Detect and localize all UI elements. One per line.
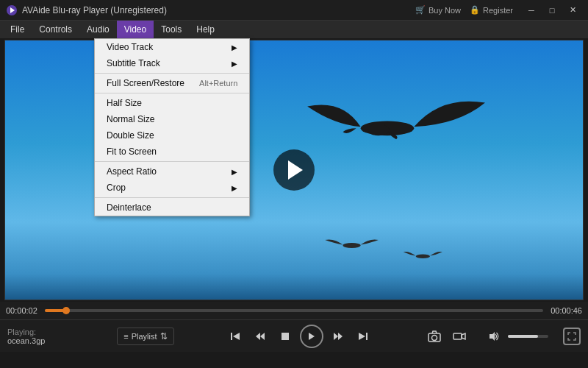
play-button-overlay[interactable]	[273, 149, 315, 191]
buy-now-button[interactable]: 🛒 Buy Now	[415, 5, 461, 15]
menu-divider-4	[95, 197, 249, 198]
svg-point-17	[432, 335, 437, 340]
volume-area	[484, 326, 548, 347]
progress-thumb[interactable]	[62, 307, 70, 314]
menu-audio[interactable]: Audio	[79, 21, 117, 38]
svg-point-5	[416, 255, 430, 259]
playlist-button[interactable]: ≡ Playlist ⇅	[117, 328, 173, 345]
menu-subtitle-track[interactable]: Subtitle Track ▶	[95, 55, 249, 71]
menu-deinterlace[interactable]: Deinterlace	[95, 199, 249, 216]
submenu-arrow: ▶	[232, 184, 237, 192]
menu-crop[interactable]: Crop ▶	[95, 180, 249, 196]
cart-icon: 🛒	[415, 5, 426, 15]
svg-marker-19	[462, 333, 465, 339]
register-button[interactable]: 🔒 Register	[470, 5, 513, 15]
record-icon	[453, 330, 466, 342]
menu-video-track[interactable]: Video Track ▶	[95, 39, 249, 55]
playing-label: Playing:	[7, 328, 66, 336]
svg-marker-20	[490, 332, 495, 341]
svg-rect-10	[282, 333, 289, 340]
svg-rect-18	[453, 333, 462, 339]
menu-half-size[interactable]: Half Size	[95, 95, 249, 111]
window-controls: ─ □ ✕	[522, 4, 582, 17]
svg-marker-8	[256, 333, 260, 340]
skip-to-end-button[interactable]	[353, 326, 373, 347]
svg-rect-15	[366, 333, 368, 340]
record-button[interactable]	[449, 326, 470, 347]
close-button[interactable]: ✕	[563, 4, 582, 17]
submenu-arrow: ▶	[232, 43, 237, 52]
svg-marker-11	[309, 333, 315, 340]
controls-bar: Playing: ocean.3gp ≡ Playlist ⇅	[0, 319, 588, 352]
now-playing: Playing: ocean.3gp	[7, 328, 66, 345]
fast-forward-icon	[333, 331, 343, 342]
submenu-arrow: ▶	[232, 168, 237, 176]
menu-fit-to-screen[interactable]: Fit to Screen	[95, 144, 249, 160]
svg-marker-9	[260, 333, 265, 340]
current-time: 00:00:02	[6, 306, 39, 315]
svg-rect-6	[231, 333, 232, 340]
playlist-lines-icon: ≡	[123, 332, 128, 341]
fullscreen-button[interactable]	[563, 328, 581, 345]
fullscreen-icon	[567, 332, 576, 341]
menu-file[interactable]: File	[3, 21, 32, 38]
video-area[interactable]	[5, 40, 583, 300]
menu-aspect-ratio[interactable]: Aspect Ratio ▶	[95, 163, 249, 180]
skip-to-start-button[interactable]	[225, 326, 245, 347]
volume-icon-button[interactable]	[484, 326, 505, 347]
video-dropdown-menu: Video Track ▶ Subtitle Track ▶ Full Scre…	[94, 38, 250, 216]
menu-controls[interactable]: Controls	[32, 21, 79, 38]
skip-start-icon	[230, 331, 240, 342]
title-left: AVAide Blu-ray Player (Unregistered)	[6, 4, 167, 16]
svg-marker-13	[338, 333, 343, 340]
svg-point-3	[368, 124, 389, 135]
progress-bar-area: 00:00:02 00:00:46	[0, 302, 588, 319]
volume-slider[interactable]	[508, 335, 548, 338]
title-bar: AVAide Blu-ray Player (Unregistered) 🛒 B…	[0, 0, 588, 21]
rewind-button[interactable]	[250, 326, 270, 347]
submenu-arrow: ▶	[232, 60, 237, 68]
volume-icon	[489, 331, 501, 342]
stop-button[interactable]	[275, 326, 295, 347]
menu-double-size[interactable]: Double Size	[95, 127, 249, 144]
menu-normal-size[interactable]: Normal Size	[95, 111, 249, 127]
volume-fill	[508, 335, 538, 338]
menu-bar: File Controls Audio Video Tools Help Vid…	[0, 21, 588, 38]
menu-divider-3	[95, 161, 249, 162]
app-icon	[6, 4, 18, 16]
maximize-button[interactable]: □	[542, 4, 562, 17]
progress-track[interactable]	[45, 309, 543, 312]
lock-icon: 🔒	[470, 5, 480, 15]
camera-icon	[428, 330, 441, 342]
minimize-button[interactable]: ─	[522, 4, 541, 17]
play-pause-button[interactable]	[300, 325, 323, 348]
stop-icon	[281, 332, 290, 341]
menu-video[interactable]: Video	[117, 21, 154, 38]
playlist-sort-icon: ⇅	[160, 331, 168, 342]
menu-tools[interactable]: Tools	[154, 21, 189, 38]
filename-label: ocean.3gp	[7, 336, 66, 345]
play-icon	[307, 332, 316, 341]
top-right-actions: 🛒 Buy Now 🔒 Register ─ □ ✕	[415, 4, 582, 17]
menu-fullscreen[interactable]: Full Screen/Restore Alt+Return	[95, 75, 249, 91]
svg-marker-14	[359, 333, 365, 340]
snapshot-button[interactable]	[424, 326, 445, 347]
menu-help[interactable]: Help	[189, 21, 222, 38]
rewind-icon	[255, 331, 265, 342]
svg-marker-7	[233, 333, 240, 340]
skip-end-icon	[358, 331, 368, 342]
menu-divider-1	[95, 73, 249, 74]
video-wrapper	[4, 40, 584, 300]
fast-forward-button[interactable]	[328, 326, 348, 347]
total-time: 00:00:46	[549, 306, 582, 315]
play-icon	[288, 160, 303, 180]
menu-divider-2	[95, 93, 249, 93]
title-text: AVAide Blu-ray Player (Unregistered)	[22, 5, 167, 15]
svg-marker-12	[334, 333, 338, 340]
svg-point-4	[343, 243, 361, 248]
